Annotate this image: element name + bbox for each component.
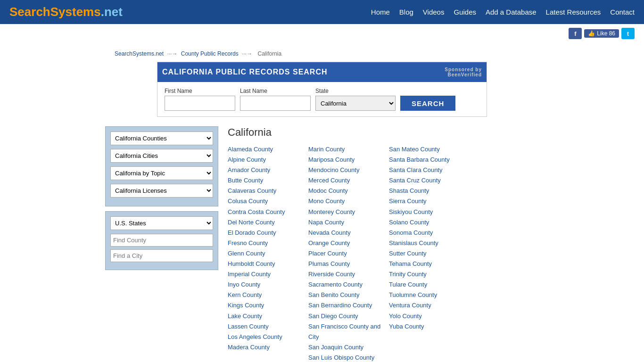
list-item[interactable]: San Benito County (308, 290, 384, 300)
list-item[interactable]: Trinity County (389, 269, 465, 280)
list-item[interactable]: Sutter County (389, 248, 465, 259)
breadcrumb: SearchSystems.net ···→ County Public Rec… (105, 48, 539, 57)
list-item[interactable]: Santa Cruz County (389, 175, 465, 186)
list-item[interactable]: Lassen County (228, 321, 304, 332)
list-item[interactable]: Ventura County (389, 300, 465, 311)
nav-videos[interactable]: Videos (423, 8, 445, 16)
list-item[interactable]: Tuolumne County (389, 290, 465, 300)
county-col-1: Alameda County Alpine County Amador Coun… (228, 144, 308, 362)
list-item[interactable]: Fresno County (228, 238, 304, 248)
list-item[interactable]: Siskiyou County (389, 207, 465, 217)
breadcrumb-parent[interactable]: County Public Records (181, 50, 239, 57)
list-item[interactable]: Placer County (308, 248, 384, 259)
list-item[interactable]: Marin County (308, 144, 384, 155)
list-item[interactable]: Imperial County (228, 269, 304, 280)
nav-blog[interactable]: Blog (399, 8, 413, 16)
list-item[interactable]: Riverside County (308, 269, 384, 280)
list-item[interactable]: San Luis Obispo County (308, 353, 384, 362)
breadcrumb-current: California (257, 50, 281, 57)
county-list: California Alameda County Alpine County … (228, 126, 470, 362)
list-item[interactable]: San Bernardino County (308, 300, 384, 311)
list-item[interactable]: Mono County (308, 196, 384, 206)
nav-home[interactable]: Home (371, 8, 390, 16)
twitter-icon[interactable]: t (621, 28, 635, 39)
list-item[interactable]: Orange County (308, 238, 384, 248)
list-item[interactable]: Modoc County (308, 186, 384, 196)
list-item[interactable]: Lake County (228, 311, 304, 321)
us-states-dropdown[interactable]: U.S. States (110, 216, 213, 230)
logo-net: .net (101, 5, 123, 19)
list-item[interactable]: Alameda County (228, 144, 304, 155)
list-item[interactable]: Shasta County (389, 186, 465, 196)
nav-add-database[interactable]: Add a Database (486, 8, 537, 16)
facebook-icon[interactable]: f (569, 28, 582, 39)
list-item[interactable]: Calaveras County (228, 186, 304, 196)
list-item[interactable]: Del Norte County (228, 217, 304, 228)
main-layout: California Counties California Cities Ca… (105, 126, 539, 362)
sidebar-states-section: U.S. States (105, 211, 218, 270)
list-item[interactable]: Amador County (228, 165, 304, 175)
like-icon: 👍 (588, 30, 595, 37)
breadcrumb-arrow2: ···→ (242, 50, 254, 57)
list-item[interactable]: Madera County (228, 342, 304, 353)
state-select[interactable]: California Alabama Alaska (315, 96, 396, 111)
list-item[interactable]: Los Angeles County (228, 332, 304, 342)
list-item[interactable]: Tehama County (389, 259, 465, 269)
list-item[interactable]: Glenn County (228, 248, 304, 259)
first-name-input[interactable] (165, 96, 235, 111)
california-counties-dropdown[interactable]: California Counties (110, 132, 213, 145)
list-item[interactable]: Stanislaus County (389, 238, 465, 248)
list-item[interactable]: Napa County (308, 217, 384, 228)
last-name-field: Last Name (240, 88, 311, 111)
list-item[interactable]: Kern County (228, 290, 304, 300)
california-topic-dropdown[interactable]: California by Topic (110, 166, 213, 180)
list-item[interactable]: Sonoma County (389, 228, 465, 238)
california-cities-dropdown[interactable]: California Cities (110, 149, 213, 163)
list-item[interactable]: Nevada County (308, 228, 384, 238)
list-item[interactable]: Kings County (228, 300, 304, 311)
breadcrumb-home[interactable]: SearchSystems.net (115, 50, 164, 57)
list-item[interactable]: San Joaquin County (308, 342, 384, 353)
list-item[interactable]: Contra Costa County (228, 207, 304, 217)
sidebar-ca-section: California Counties California Cities Ca… (105, 126, 218, 206)
list-item[interactable]: Mendocino County (308, 165, 384, 175)
california-licenses-dropdown[interactable]: California Licenses (110, 184, 213, 197)
list-item[interactable]: San Mateo County (389, 144, 465, 155)
list-item[interactable]: Butte County (228, 175, 304, 186)
main-nav: Home Blog Videos Guides Add a Database L… (371, 8, 635, 16)
list-item[interactable]: Yolo County (389, 311, 465, 321)
breadcrumb-arrow1: ···→ (167, 50, 179, 57)
site-logo[interactable]: SearchSystems.net (9, 5, 123, 19)
social-bar: f 👍 Like 86 t (0, 24, 644, 43)
list-item[interactable]: Solano County (389, 217, 465, 228)
search-fields: First Name Last Name State California Al… (157, 82, 487, 116)
list-item[interactable]: Mariposa County (308, 155, 384, 165)
nav-guides[interactable]: Guides (454, 8, 476, 16)
search-button[interactable]: SEARCH (400, 96, 455, 111)
list-item[interactable]: El Dorado County (228, 228, 304, 238)
list-item[interactable]: Humboldt County (228, 259, 304, 269)
list-item[interactable]: Plumas County (308, 259, 384, 269)
find-city-input[interactable] (110, 249, 213, 262)
list-item[interactable]: Tulare County (389, 280, 465, 290)
list-item[interactable]: Santa Barbara County (389, 155, 465, 165)
last-name-label: Last Name (240, 88, 311, 94)
find-county-input[interactable] (110, 234, 213, 247)
last-name-input[interactable] (240, 96, 311, 111)
list-item[interactable]: Yuba County (389, 321, 465, 332)
list-item[interactable]: San Diego County (308, 311, 384, 321)
list-item[interactable]: Sacramento County (308, 280, 384, 290)
county-col-3: San Mateo County Santa Barbara County Sa… (389, 144, 470, 362)
list-item[interactable]: Sierra County (389, 196, 465, 206)
list-item[interactable]: Monterey County (308, 207, 384, 217)
facebook-like-button[interactable]: 👍 Like 86 (584, 29, 619, 38)
list-item[interactable]: Inyo County (228, 280, 304, 290)
list-item[interactable]: San Francisco County and City (308, 321, 384, 342)
search-box-header: CALIFORNIA PUBLIC RECORDS SEARCH Sponsor… (157, 62, 487, 82)
list-item[interactable]: Colusa County (228, 196, 304, 206)
nav-latest-resources[interactable]: Latest Resources (546, 8, 601, 16)
list-item[interactable]: Merced County (308, 175, 384, 186)
list-item[interactable]: Santa Clara County (389, 165, 465, 175)
list-item[interactable]: Alpine County (228, 155, 304, 165)
nav-contact[interactable]: Contact (610, 8, 635, 16)
